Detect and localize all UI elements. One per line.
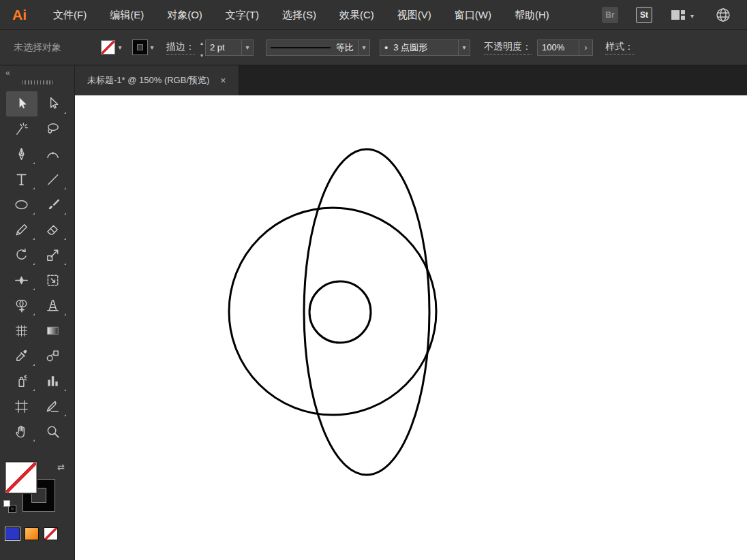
artwork-svg [75, 95, 747, 560]
share-icon[interactable] [714, 6, 732, 24]
shaper-tool[interactable] [6, 217, 37, 243]
stroke-color-swatch[interactable] [133, 40, 147, 55]
panel-grip-handle[interactable] [22, 80, 53, 84]
stock-button[interactable]: St [636, 7, 652, 23]
menu-item-help[interactable]: 帮助(H) [503, 0, 561, 30]
ellipse-tool[interactable] [6, 192, 37, 217]
symbol-sprayer-tool[interactable] [6, 369, 37, 394]
artboard-tool[interactable] [6, 394, 37, 419]
lasso-tool[interactable] [37, 116, 69, 142]
stepper-down-icon[interactable] [200, 48, 203, 60]
opacity-panel-arrow[interactable] [579, 40, 593, 56]
artwork-small-circle[interactable] [309, 281, 371, 343]
fill-chevron-icon[interactable] [115, 40, 125, 55]
blend-tool-icon [45, 348, 61, 364]
menu-item-window[interactable]: 窗口(W) [443, 0, 503, 30]
style-label[interactable]: 样式： [605, 41, 634, 55]
brush-definition-dropdown[interactable]: 3 点圆形 [380, 40, 459, 56]
free-transform-tool-icon [45, 273, 61, 288]
type-tool[interactable] [6, 167, 37, 192]
type-tool-icon [14, 172, 29, 187]
default-fill-mini [3, 500, 10, 507]
direct-selection-tool[interactable] [37, 91, 69, 116]
column-graph-tool[interactable] [37, 369, 69, 394]
menu-list: 文件(F)编辑(E)对象(O)文字(T)选择(S)效果(C)视图(V)窗口(W)… [42, 0, 561, 29]
menu-item-select[interactable]: 选择(S) [271, 0, 328, 30]
magic-wand-tool[interactable] [6, 116, 37, 142]
pen-tool[interactable] [6, 142, 37, 167]
width-tool-icon [14, 273, 29, 288]
hand-tool-icon [14, 424, 29, 439]
opacity-label[interactable]: 不透明度： [484, 41, 532, 55]
fill-none-swatch[interactable] [101, 40, 115, 55]
width-profile-chevron[interactable] [359, 40, 370, 56]
brush-definition-chevron[interactable] [459, 40, 470, 56]
direct-selection-tool-icon [45, 96, 61, 112]
perspective-grid-tool[interactable] [37, 293, 69, 318]
curvature-tool[interactable] [37, 142, 69, 167]
fill-proxy-none[interactable] [5, 462, 37, 493]
gradient-tool[interactable] [37, 318, 69, 343]
workspace-switcher[interactable] [670, 8, 694, 22]
eraser-tool-icon [45, 222, 61, 238]
menu-item-edit[interactable]: 编辑(E) [98, 0, 155, 30]
stroke-weight-stepper[interactable] [200, 35, 203, 60]
gradient-mode-button[interactable] [25, 527, 39, 540]
selection-tool[interactable] [6, 91, 37, 116]
menu-item-view[interactable]: 视图(V) [386, 0, 443, 30]
menu-item-object[interactable]: 对象(O) [155, 0, 214, 30]
perspective-grid-tool-icon [45, 298, 61, 313]
free-transform-tool[interactable] [37, 268, 69, 293]
illustrator-window: Ai 文件(F)编辑(E)对象(O)文字(T)选择(S)效果(C)视图(V)窗口… [0, 0, 747, 560]
color-mode-button[interactable] [5, 527, 20, 540]
stroke-color-control[interactable] [133, 40, 157, 55]
blend-tool[interactable] [37, 343, 69, 369]
paint-mode-buttons [0, 527, 74, 540]
lasso-tool-icon [45, 121, 61, 137]
width-profile-preview [271, 47, 331, 48]
canvas[interactable] [75, 95, 747, 560]
hand-tool[interactable] [6, 419, 37, 444]
artboard-tool-icon [14, 399, 29, 414]
fill-color-control[interactable] [101, 40, 125, 55]
menu-bar: Ai 文件(F)编辑(E)对象(O)文字(T)选择(S)效果(C)视图(V)窗口… [0, 0, 747, 30]
scale-tool[interactable] [37, 243, 69, 268]
stroke-weight-dropdown[interactable] [242, 40, 254, 56]
default-fill-stroke-icon[interactable] [3, 500, 16, 512]
mesh-tool[interactable] [6, 318, 37, 343]
column-graph-tool-icon [45, 373, 61, 389]
slice-tool[interactable] [37, 394, 69, 419]
scale-tool-icon [45, 247, 61, 263]
rotate-tool[interactable] [6, 243, 37, 268]
paintbrush-tool[interactable] [37, 192, 69, 217]
paintbrush-tool-icon [45, 197, 61, 213]
zoom-tool-icon [45, 424, 61, 439]
eyedropper-tool[interactable] [6, 343, 37, 369]
workspace-layout-icon [670, 8, 686, 22]
menu-item-file[interactable]: 文件(F) [42, 0, 98, 30]
line-segment-tool[interactable] [37, 167, 69, 192]
opacity-field[interactable]: 100% [537, 40, 579, 56]
none-mode-button[interactable] [44, 527, 58, 540]
zoom-tool[interactable] [37, 419, 69, 444]
stepper-up-icon[interactable] [200, 35, 203, 48]
width-profile-dropdown[interactable]: 等比 [266, 40, 359, 56]
pen-tool-icon [14, 146, 29, 162]
panel-collapse-button[interactable]: « [5, 68, 10, 78]
magic-wand-tool-icon [14, 121, 29, 137]
menu-item-effect[interactable]: 效果(C) [328, 0, 386, 30]
stroke-weight-field[interactable]: 2 pt [205, 40, 242, 56]
menu-item-type[interactable]: 文字(T) [214, 0, 271, 30]
document-tab[interactable]: 未标题-1* @ 150% (RGB/预览) × [75, 65, 239, 95]
stroke-weight-label[interactable]: 描边： [166, 41, 195, 55]
line-segment-tool-icon [45, 172, 61, 187]
width-tool[interactable] [6, 268, 37, 293]
swap-fill-stroke-icon[interactable] [57, 462, 65, 472]
stroke-chevron-icon[interactable] [147, 40, 157, 55]
artwork-large-circle[interactable] [229, 208, 436, 415]
tab-close-icon[interactable]: × [220, 75, 226, 86]
eraser-tool[interactable] [37, 217, 69, 243]
bridge-button[interactable]: Br [602, 7, 618, 23]
shape-builder-tool[interactable] [6, 293, 37, 318]
artwork-vertical-ellipse[interactable] [304, 149, 429, 475]
